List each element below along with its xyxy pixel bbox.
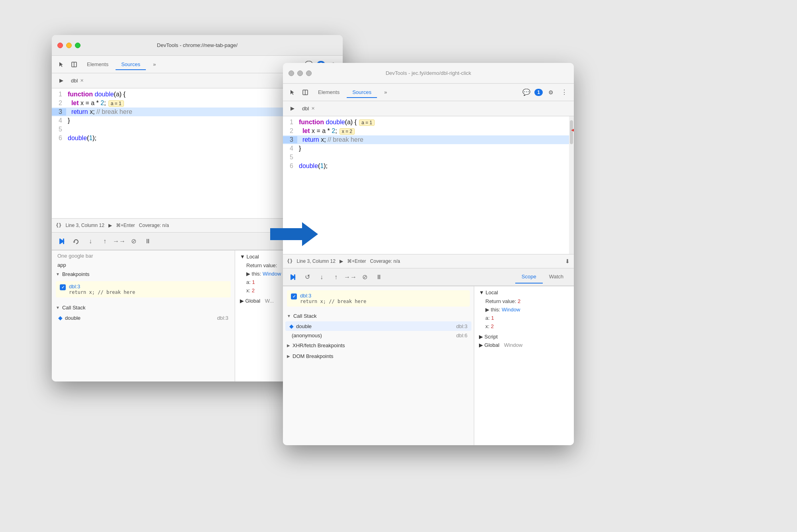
gear-icon-2[interactable]: ⚙ [545, 87, 556, 98]
code-lines-2: 1 function double(a) {a = 1 2 let x = a … [283, 116, 574, 254]
step-btn-1[interactable]: →→ [113, 235, 125, 247]
pause-btn-2[interactable]: ⏸ [373, 271, 385, 283]
dom-section-2[interactable]: ▶ DOM Breakpoints [283, 351, 474, 362]
resume-btn-2[interactable] [287, 271, 299, 283]
right-panel-2: ▼ Local Return value: 2 ▶ this: Window a… [474, 286, 574, 445]
format-icon-1[interactable]: {} [56, 223, 61, 228]
x-val-2: x: 2 [485, 322, 569, 331]
step-into-btn-1[interactable]: ↓ [84, 235, 96, 247]
format-icon-2[interactable]: {} [287, 258, 292, 264]
code-line-2-2: 2 let x = a * 2;x = 2 [283, 127, 574, 135]
callstack-label-2: Call Stack [293, 313, 317, 319]
code-line-2-4: 4 } [283, 144, 574, 153]
maximize-button-2[interactable] [306, 70, 312, 76]
minimize-button-1[interactable] [66, 43, 72, 48]
run-icon-2[interactable]: ▶ [340, 258, 343, 264]
code-line-2-6: 6 double(1); [283, 162, 574, 170]
run-icon-1[interactable]: ▶ [108, 223, 112, 228]
maximize-button-1[interactable] [75, 43, 80, 48]
file-tab-close-1[interactable]: ✕ [80, 78, 84, 83]
svg-marker-2 [59, 79, 63, 83]
step-out-btn-2[interactable]: ↑ [330, 271, 342, 283]
chat-badge-2: 1 [534, 89, 543, 96]
file-tab-close-2[interactable]: ✕ [311, 106, 315, 111]
resume-btn-1[interactable] [56, 235, 68, 247]
more-btn-2[interactable]: ⋮ [559, 87, 570, 98]
deactivate-btn-2[interactable]: ⊘ [359, 271, 371, 283]
tab-elements-1[interactable]: Elements [81, 59, 114, 70]
minimize-button-2[interactable] [297, 70, 303, 76]
tab-elements-2[interactable]: Elements [312, 87, 345, 98]
position-2: Line 3, Column 12 [296, 258, 335, 264]
xhr-section-2[interactable]: ▶ XHR/fetch Breakpoints [283, 340, 474, 351]
blue-arrow [270, 218, 318, 252]
panel-icon-1[interactable] [56, 75, 67, 86]
subtoolbar-2: dbl ✕ [283, 101, 574, 116]
dock-icon[interactable] [69, 59, 80, 70]
bp-checkbox-1[interactable] [60, 284, 66, 290]
left-panel-1: One google bar app ▼ Breakpoints dbl:3 [52, 250, 235, 381]
left-panel-2: dbl:3 return x; // break here ▼ Call Sta… [283, 286, 474, 445]
bp-content-1: dbl:3 return x; // break here [69, 284, 227, 295]
position-1: Line 3, Column 12 [65, 223, 104, 228]
panel-icon-2[interactable] [287, 103, 298, 114]
svg-marker-10 [571, 123, 574, 137]
titlebar-2: DevTools - jec.fyi/demo/dbl-right-click [283, 63, 574, 84]
tab-more-1[interactable]: » [147, 59, 161, 70]
bp-checkbox-2[interactable] [291, 293, 297, 299]
deactivate-btn-1[interactable]: ⊘ [128, 235, 139, 247]
callstack-section-1[interactable]: ▼ Call Stack [52, 302, 235, 313]
dom-label-2: DOM Breakpoints [292, 353, 334, 359]
window-title-1: DevTools - chrome://new-tab-page/ [157, 42, 238, 48]
window-title-2: DevTools - jec.fyi/demo/dbl-right-click [386, 70, 471, 76]
file-tab-1[interactable]: dbl ✕ [67, 76, 88, 85]
statusbar-2: {} Line 3, Column 12 ▶ ⌘+Enter Coverage:… [283, 254, 574, 268]
local-header-2: ▼ Local [479, 289, 569, 295]
return-value-2: Return value: 2 [485, 297, 569, 305]
a-val-2: a: 1 [485, 314, 569, 322]
bottom-panels-2: dbl:3 return x; // break here ▼ Call Sta… [283, 286, 574, 445]
close-button-2[interactable] [289, 70, 294, 76]
code-section-2: 1 function double(a) {a = 1 2 let x = a … [283, 116, 574, 254]
callstack-double-2[interactable]: ◆double dbl:3 [285, 321, 471, 331]
code-line-2-3: 3 return x; // break here [283, 135, 574, 144]
devtools-window-2: DevTools - jec.fyi/demo/dbl-right-click [283, 63, 574, 445]
chevron-down-icon-2[interactable]: ⬇ [565, 258, 570, 264]
step-into-btn-2[interactable]: ↓ [316, 271, 328, 283]
xhr-label-2: XHR/fetch Breakpoints [292, 342, 345, 348]
svg-marker-6 [270, 222, 318, 246]
breakpoint-item-1: dbl:3 return x; // break here [56, 281, 231, 297]
google-bar-item: One google bar [52, 250, 235, 261]
bp-code-1: return x; // break here [69, 289, 227, 295]
svg-rect-13 [294, 274, 295, 280]
red-arrow-icon [571, 123, 574, 139]
callstack-section-2[interactable]: ▼ Call Stack [283, 311, 474, 321]
svg-rect-12 [291, 274, 292, 280]
step-over-btn-1[interactable] [70, 235, 82, 247]
cursor-icon-2[interactable] [287, 87, 298, 98]
scope-tab-2[interactable]: Scope [515, 270, 543, 284]
callstack-item-double-1[interactable]: ◆double dbl:3 [54, 313, 232, 323]
bp-content-2: dbl:3 return x; // break here [300, 293, 466, 304]
step-btn-2[interactable]: →→ [344, 271, 356, 283]
step-out-btn-1[interactable]: ↑ [99, 235, 111, 247]
dock-icon-2[interactable] [300, 87, 311, 98]
tab-sources-2[interactable]: Sources [347, 87, 377, 98]
svg-rect-8 [305, 90, 306, 95]
svg-rect-1 [74, 62, 75, 67]
tab-sources-1[interactable]: Sources [116, 59, 146, 70]
tab-more-2[interactable]: » [379, 87, 393, 98]
code-line-2-1: 1 function double(a) {a = 1 [283, 118, 574, 127]
close-button-1[interactable] [57, 43, 63, 48]
breakpoints-section-1[interactable]: ▼ Breakpoints [52, 269, 235, 280]
file-tab-name-1: dbl [71, 78, 78, 84]
run-shortcut-2: ⌘+Enter [347, 258, 366, 264]
callstack-anon-2[interactable]: (anonymous) dbl:6 [285, 331, 471, 340]
local-items-2: Return value: 2 ▶ this: Window a: 1 x: 2 [479, 297, 569, 331]
file-tab-2[interactable]: dbl ✕ [298, 104, 319, 113]
watch-tab-2[interactable]: Watch [543, 270, 570, 284]
cursor-icon[interactable] [56, 59, 67, 70]
step-over-btn-2[interactable]: ↺ [301, 271, 313, 283]
pause-btn-1[interactable]: ⏸ [142, 235, 154, 247]
breakpoints-content-1: dbl:3 return x; // break here [52, 281, 235, 302]
